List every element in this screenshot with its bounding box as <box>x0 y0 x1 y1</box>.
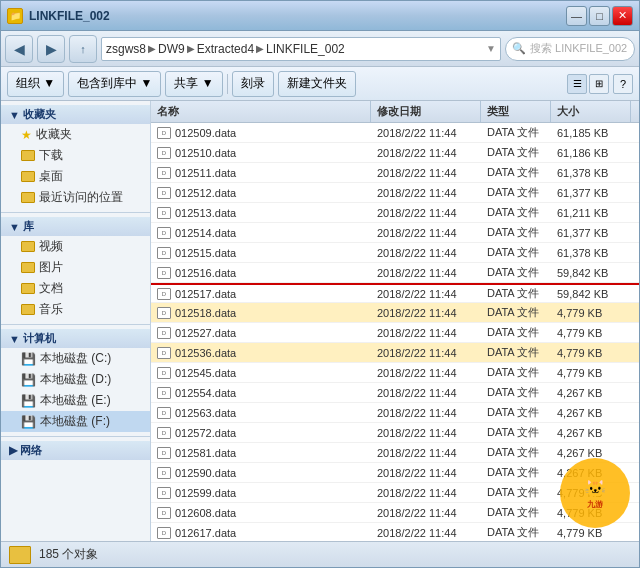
file-name-cell: D 012517.data <box>151 285 371 302</box>
file-list-body[interactable]: D 012509.data 2018/2/22 11:44 DATA 文件 61… <box>151 123 639 541</box>
sidebar-item-drive-f[interactable]: 💾 本地磁盘 (F:) <box>1 411 150 432</box>
sidebar-item-favorites[interactable]: ★ 收藏夹 <box>1 124 150 145</box>
table-row[interactable]: D 012554.data 2018/2/22 11:44 DATA 文件 4,… <box>151 383 639 403</box>
close-button[interactable]: ✕ <box>612 6 633 26</box>
file-name: 012599.data <box>175 487 236 499</box>
table-row[interactable]: D 012581.data 2018/2/22 11:44 DATA 文件 4,… <box>151 443 639 463</box>
table-row[interactable]: D 012590.data 2018/2/22 11:44 DATA 文件 4,… <box>151 463 639 483</box>
column-header-date[interactable]: 修改日期 <box>371 101 481 122</box>
path-linkfile[interactable]: LINKFILE_002 <box>266 42 345 56</box>
burn-button[interactable]: 刻录 <box>232 71 274 97</box>
table-row[interactable]: D 012517.data 2018/2/22 11:44 DATA 文件 59… <box>151 283 639 303</box>
up-button[interactable]: ↑ <box>69 35 97 63</box>
file-name-cell: D 012513.data <box>151 203 371 222</box>
path-zsgws8[interactable]: zsgws8 <box>106 42 146 56</box>
share-button[interactable]: 共享 ▼ <box>165 71 222 97</box>
table-row[interactable]: D 012536.data 2018/2/22 11:44 DATA 文件 4,… <box>151 343 639 363</box>
maximize-button[interactable]: □ <box>589 6 610 26</box>
view-list-button[interactable]: ☰ <box>567 74 587 94</box>
table-row[interactable]: D 012572.data 2018/2/22 11:44 DATA 文件 4,… <box>151 423 639 443</box>
organize-button[interactable]: 组织 ▼ <box>7 71 64 97</box>
path-dw9[interactable]: DW9 <box>158 42 185 56</box>
table-row[interactable]: D 012514.data 2018/2/22 11:44 DATA 文件 61… <box>151 223 639 243</box>
table-row[interactable]: D 012617.data 2018/2/22 11:44 DATA 文件 4,… <box>151 523 639 541</box>
file-icon: D <box>157 227 171 239</box>
favorites-section: ▼ 收藏夹 ★ 收藏夹 下载 桌面 最近访问的位置 <box>1 105 150 208</box>
folder-icon <box>21 192 35 203</box>
table-row[interactable]: D 012509.data 2018/2/22 11:44 DATA 文件 61… <box>151 123 639 143</box>
help-button[interactable]: ? <box>613 74 633 94</box>
table-row[interactable]: D 012527.data 2018/2/22 11:44 DATA 文件 4,… <box>151 323 639 343</box>
file-size-cell: 4,779 KB <box>551 503 631 522</box>
file-size-cell: 4,779 KB <box>551 343 631 362</box>
column-header-type[interactable]: 类型 <box>481 101 551 122</box>
folder-icon <box>21 283 35 294</box>
window-title: LINKFILE_002 <box>29 9 566 23</box>
new-folder-button[interactable]: 新建文件夹 <box>278 71 356 97</box>
network-header[interactable]: ▶ 网络 <box>1 441 150 460</box>
drive-icon: 💾 <box>21 352 36 366</box>
column-header-size[interactable]: 大小 <box>551 101 631 122</box>
sidebar-item-downloads[interactable]: 下载 <box>1 145 150 166</box>
file-name: 012517.data <box>175 288 236 300</box>
table-row[interactable]: D 012516.data 2018/2/22 11:44 DATA 文件 59… <box>151 263 639 283</box>
favorites-header[interactable]: ▼ 收藏夹 <box>1 105 150 124</box>
back-button[interactable]: ◀ <box>5 35 33 63</box>
sidebar-item-drive-e[interactable]: 💾 本地磁盘 (E:) <box>1 390 150 411</box>
table-row[interactable]: D 012515.data 2018/2/22 11:44 DATA 文件 61… <box>151 243 639 263</box>
address-bar[interactable]: zsgws8 ▶ DW9 ▶ Extracted4 ▶ LINKFILE_002… <box>101 37 501 61</box>
table-row[interactable]: D 012513.data 2018/2/22 11:44 DATA 文件 61… <box>151 203 639 223</box>
file-date-cell: 2018/2/22 11:44 <box>371 285 481 302</box>
sidebar-item-music[interactable]: 音乐 <box>1 299 150 320</box>
file-name-cell: D 012516.data <box>151 263 371 282</box>
file-date-cell: 2018/2/22 11:44 <box>371 143 481 162</box>
sidebar-item-drive-d[interactable]: 💾 本地磁盘 (D:) <box>1 369 150 390</box>
file-name: 012515.data <box>175 247 236 259</box>
forward-button[interactable]: ▶ <box>37 35 65 63</box>
table-row[interactable]: D 012512.data 2018/2/22 11:44 DATA 文件 61… <box>151 183 639 203</box>
file-name-cell: D 012514.data <box>151 223 371 242</box>
file-date-cell: 2018/2/22 11:44 <box>371 503 481 522</box>
favorites-label: 收藏夹 <box>23 107 56 122</box>
sidebar-item-pictures[interactable]: 图片 <box>1 257 150 278</box>
sidebar-item-drive-c[interactable]: 💾 本地磁盘 (C:) <box>1 348 150 369</box>
file-type-cell: DATA 文件 <box>481 285 551 302</box>
sidebar-item-documents[interactable]: 文档 <box>1 278 150 299</box>
computer-header[interactable]: ▼ 计算机 <box>1 329 150 348</box>
column-header-name[interactable]: 名称 <box>151 101 371 122</box>
table-row[interactable]: D 012510.data 2018/2/22 11:44 DATA 文件 61… <box>151 143 639 163</box>
search-box[interactable]: 🔍 搜索 LINKFILE_002 <box>505 37 635 61</box>
sidebar-item-recent[interactable]: 最近访问的位置 <box>1 187 150 208</box>
address-dropdown[interactable]: ▼ <box>486 43 496 54</box>
table-row[interactable]: D 012599.data 2018/2/22 11:44 DATA 文件 4,… <box>151 483 639 503</box>
file-name: 012527.data <box>175 327 236 339</box>
table-row[interactable]: D 012563.data 2018/2/22 11:44 DATA 文件 4,… <box>151 403 639 423</box>
search-icon: 🔍 <box>512 42 526 55</box>
file-date-cell: 2018/2/22 11:44 <box>371 183 481 202</box>
file-date-cell: 2018/2/22 11:44 <box>371 463 481 482</box>
sidebar-divider-2 <box>1 324 150 325</box>
search-placeholder: 搜索 LINKFILE_002 <box>530 41 627 56</box>
include-button[interactable]: 包含到库中 ▼ <box>68 71 161 97</box>
table-row[interactable]: D 012511.data 2018/2/22 11:44 DATA 文件 61… <box>151 163 639 183</box>
title-bar-buttons: — □ ✕ <box>566 6 633 26</box>
sidebar-item-desktop[interactable]: 桌面 <box>1 166 150 187</box>
view-toggle: ☰ ⊞ <box>567 74 609 94</box>
table-row[interactable]: D 012518.data 2018/2/22 11:44 DATA 文件 4,… <box>151 303 639 323</box>
file-type-cell: DATA 文件 <box>481 463 551 482</box>
library-header[interactable]: ▼ 库 <box>1 217 150 236</box>
path-extracted4[interactable]: Extracted4 <box>197 42 254 56</box>
file-date-cell: 2018/2/22 11:44 <box>371 383 481 402</box>
file-name-cell: D 012599.data <box>151 483 371 502</box>
table-row[interactable]: D 012608.data 2018/2/22 11:44 DATA 文件 4,… <box>151 503 639 523</box>
file-name-cell: D 012590.data <box>151 463 371 482</box>
file-date-cell: 2018/2/22 11:44 <box>371 323 481 342</box>
file-size-cell: 61,377 KB <box>551 183 631 202</box>
collapse-icon: ▼ <box>9 109 20 121</box>
view-tiles-button[interactable]: ⊞ <box>589 74 609 94</box>
table-row[interactable]: D 012545.data 2018/2/22 11:44 DATA 文件 4,… <box>151 363 639 383</box>
file-size-cell: 59,842 KB <box>551 263 631 282</box>
sidebar-item-video[interactable]: 视频 <box>1 236 150 257</box>
file-size-cell: 61,378 KB <box>551 163 631 182</box>
minimize-button[interactable]: — <box>566 6 587 26</box>
